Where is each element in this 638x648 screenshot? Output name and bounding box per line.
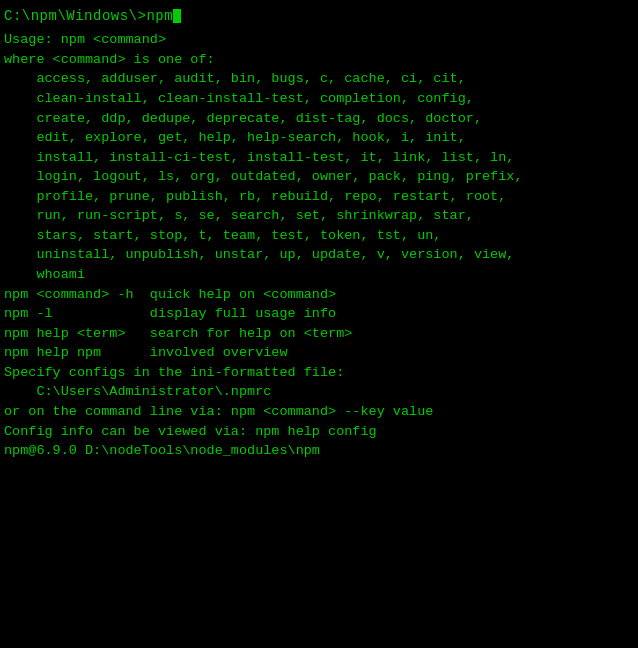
terminal-line-usage: Usage: npm <command> bbox=[4, 30, 634, 50]
terminal-line-cmds11: whoami bbox=[4, 265, 634, 285]
terminal-line-specify: Specify configs in the ini-formatted fil… bbox=[4, 363, 634, 383]
terminal-line-help2: npm -l display full usage info bbox=[4, 304, 634, 324]
terminal-line-cmds1: access, adduser, audit, bin, bugs, c, ca… bbox=[4, 69, 634, 89]
terminal-line-cmds2: clean-install, clean-install-test, compl… bbox=[4, 89, 634, 109]
terminal-line-cmds5: install, install-ci-test, install-test, … bbox=[4, 148, 634, 168]
terminal-line-cmds4: edit, explore, get, help, help-search, h… bbox=[4, 128, 634, 148]
terminal-line-cmds9: stars, start, stop, t, team, test, token… bbox=[4, 226, 634, 246]
terminal-line-version: npm@6.9.0 D:\nodeTools\node_modules\npm bbox=[4, 441, 634, 461]
terminal-line-cmds6: login, logout, ls, org, outdated, owner,… bbox=[4, 167, 634, 187]
terminal-line-cmds7: profile, prune, publish, rb, rebuild, re… bbox=[4, 187, 634, 207]
terminal-line-help1: npm <command> -h quick help on <command> bbox=[4, 285, 634, 305]
terminal-window: C:\npm\Windows\>npm Usage: npm <command>… bbox=[0, 0, 638, 648]
terminal-line-cmds8: run, run-script, s, se, search, set, shr… bbox=[4, 206, 634, 226]
terminal-line-orline: or on the command line via: npm <command… bbox=[4, 402, 634, 422]
terminal-line-help3: npm help <term> search for help on <term… bbox=[4, 324, 634, 344]
terminal-line-cmds10: uninstall, unpublish, unstar, up, update… bbox=[4, 245, 634, 265]
title-text: C:\npm\Windows\>npm bbox=[4, 8, 173, 24]
terminal-line-cmds3: create, ddp, dedupe, deprecate, dist-tag… bbox=[4, 109, 634, 129]
terminal-line-config: Config info can be viewed via: npm help … bbox=[4, 422, 634, 442]
terminal-line-npmrc: C:\Users\Administrator\.npmrc bbox=[4, 382, 634, 402]
cursor bbox=[173, 9, 181, 23]
terminal-line-help4: npm help npm involved overview bbox=[4, 343, 634, 363]
title-bar: C:\npm\Windows\>npm bbox=[4, 6, 634, 26]
terminal-line-where: where <command> is one of: bbox=[4, 50, 634, 70]
terminal-body: Usage: npm <command>where <command> is o… bbox=[4, 30, 634, 460]
